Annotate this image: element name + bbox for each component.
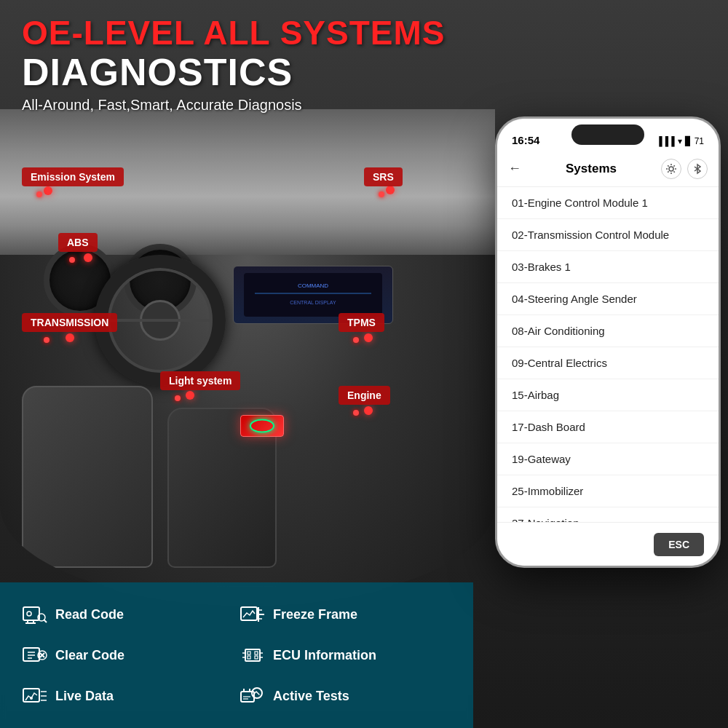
- svg-rect-0: [244, 273, 382, 317]
- feature-freeze-frame: Freeze Frame: [240, 597, 451, 632]
- back-button[interactable]: ←: [508, 161, 521, 176]
- phone-nav-bar[interactable]: ← Systems: [497, 151, 719, 187]
- svg-text:CENTRAL DISPLAY: CENTRAL DISPLAY: [290, 300, 336, 305]
- clear-code-icon: [22, 645, 48, 665]
- ecu-info-label: ECU Information: [273, 648, 376, 663]
- active-tests-icon: [240, 686, 266, 706]
- nav-title: Systems: [529, 162, 654, 176]
- svg-rect-26: [248, 656, 250, 659]
- svg-line-10: [44, 620, 47, 623]
- badge-transmission: TRANSMISSION: [22, 313, 117, 332]
- svg-rect-25: [255, 652, 258, 654]
- svg-rect-24: [248, 652, 250, 654]
- signal-icon: ▐▐▐: [656, 136, 675, 146]
- badge-light: Light system: [160, 371, 240, 390]
- phone-mockup: 16:54 ▐▐▐ ▾ ▊ 71 ← Systems: [495, 116, 721, 568]
- esc-button[interactable]: ESC: [654, 533, 704, 556]
- wifi-icon: ▾: [678, 136, 682, 146]
- dot-emission: [44, 186, 52, 195]
- list-item[interactable]: 19-Gateway: [497, 443, 719, 475]
- svg-rect-2: [255, 293, 371, 294]
- title-line2: DIAGNOSTICS: [22, 52, 473, 93]
- settings-icon[interactable]: [661, 159, 681, 179]
- list-item[interactable]: 25-Immobilizer: [497, 475, 719, 507]
- freeze-frame-icon: [240, 604, 266, 625]
- list-item[interactable]: 08-Air Conditioning: [497, 315, 719, 347]
- phone-screen: 16:54 ▐▐▐ ▾ ▊ 71 ← Systems: [497, 119, 719, 566]
- feature-ecu-info: ECU Information: [240, 638, 451, 673]
- read-code-icon: [22, 604, 48, 625]
- badge-tpms: TPMS: [339, 313, 384, 332]
- list-item[interactable]: 02-Transmission Control Module: [497, 219, 719, 251]
- phone-nav-icons: [661, 159, 708, 179]
- ecu-info-icon: [240, 645, 266, 665]
- bluetooth-icon[interactable]: [687, 159, 708, 179]
- dot-tpms: [364, 333, 373, 342]
- dot-srs: [386, 186, 395, 194]
- feature-clear-code: Clear Code: [22, 638, 234, 673]
- svg-rect-16: [23, 648, 39, 661]
- read-code-label: Read Code: [55, 607, 124, 622]
- live-data-icon: [22, 686, 48, 706]
- svg-point-5: [27, 612, 31, 616]
- title-line1: OE-LEVEL ALL SYSTEMS: [22, 15, 473, 52]
- phone-systems-list: 01-Engine Control Module 1 02-Transmissi…: [497, 187, 719, 522]
- battery-icon: ▊: [685, 136, 692, 146]
- svg-text:COMMAND: COMMAND: [298, 282, 328, 289]
- badge-emission: Emission System: [22, 167, 124, 186]
- dot-engine: [364, 406, 373, 415]
- svg-rect-27: [255, 656, 258, 659]
- active-tests-label: Active Tests: [273, 689, 349, 704]
- clear-code-label: Clear Code: [55, 648, 124, 663]
- dot-transmission: [66, 333, 74, 342]
- list-item[interactable]: 04-Steering Angle Sender: [497, 283, 719, 315]
- list-item[interactable]: 15-Airbag: [497, 379, 719, 411]
- freeze-frame-label: Freeze Frame: [273, 607, 357, 622]
- list-item[interactable]: 37-Navigation: [497, 507, 719, 522]
- feature-live-data: Live Data: [22, 678, 234, 713]
- dot-light: [186, 391, 194, 400]
- badge-abs: ABS: [58, 233, 98, 252]
- list-item[interactable]: 09-Central Electrics: [497, 347, 719, 379]
- svg-point-33: [30, 697, 33, 700]
- phone-esc-bar: ESC: [497, 522, 719, 566]
- feature-active-tests: Active Tests: [240, 678, 451, 713]
- phone-status-icons: ▐▐▐ ▾ ▊ 71: [656, 136, 704, 146]
- list-item[interactable]: 01-Engine Control Module 1: [497, 187, 719, 219]
- feature-read-code: Read Code: [22, 597, 234, 632]
- obd-connector: [240, 415, 284, 437]
- phone-time: 16:54: [512, 134, 539, 146]
- feature-bar: Read Code Freeze Frame: [0, 582, 473, 728]
- badge-srs: SRS: [364, 167, 403, 186]
- battery-percent: 71: [695, 136, 704, 146]
- seat-driver: [22, 386, 153, 568]
- phone-notch: [571, 124, 644, 145]
- list-item[interactable]: 03-Brakes 1: [497, 251, 719, 283]
- subtitle: All-Around, Fast,Smart, Accurate Diagnos…: [22, 97, 473, 114]
- header-section: OE-LEVEL ALL SYSTEMS DIAGNOSTICS All-Aro…: [0, 0, 495, 128]
- live-data-label: Live Data: [55, 689, 114, 704]
- badge-engine: Engine: [339, 386, 390, 405]
- dot-abs: [84, 253, 92, 262]
- list-item[interactable]: 17-Dash Board: [497, 411, 719, 443]
- svg-point-43: [669, 167, 673, 171]
